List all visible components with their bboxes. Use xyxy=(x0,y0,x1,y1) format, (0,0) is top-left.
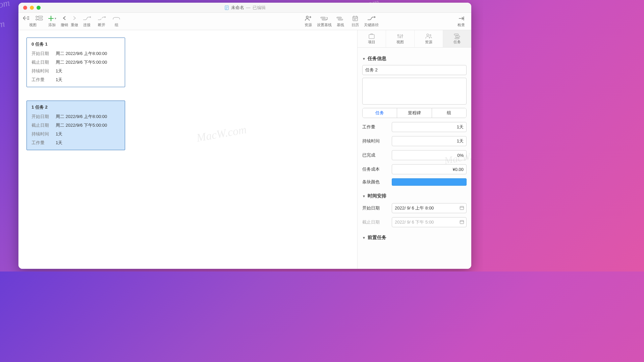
toolbar-connect[interactable]: 连接 xyxy=(79,13,94,30)
tab-task[interactable]: 任务 xyxy=(443,30,471,47)
field-complete[interactable]: 0% xyxy=(392,150,467,160)
project-icon xyxy=(368,33,375,40)
app-window: 未命名 — 已编辑 视图 ▾ 添加 撤销重做 连接 xyxy=(18,3,471,269)
chevron-down-icon: ▼ xyxy=(362,194,366,198)
sliders-icon xyxy=(397,33,404,40)
task-card-title: 1 任务 2 xyxy=(27,101,125,112)
seg-group[interactable]: 组 xyxy=(432,108,466,118)
toolbar-add[interactable]: ▾ 添加 xyxy=(45,13,59,30)
svg-point-29 xyxy=(397,35,399,36)
connect-icon xyxy=(83,15,91,22)
bar-color-swatch[interactable] xyxy=(392,178,467,186)
calendar-icon xyxy=(352,15,358,22)
toolbar-set-baseline[interactable]: 设置基线 xyxy=(316,13,333,30)
section-predecessors[interactable]: ▼ 前置任务 xyxy=(362,235,467,241)
toolbar: 视图 ▾ 添加 撤销重做 连接 断开 组 资源 xyxy=(18,13,471,30)
label-bar-color: 条块颜色 xyxy=(362,179,388,185)
toolbar-undo-label: 撤销 xyxy=(61,22,68,27)
disconnect-icon xyxy=(97,15,106,22)
svg-point-5 xyxy=(36,18,38,20)
label-duration: 持续时间 xyxy=(362,138,388,144)
svg-rect-2 xyxy=(226,8,228,8)
toolbar-undo-redo: 撤销重做 xyxy=(59,13,79,30)
window-title-status: 已编辑 xyxy=(253,5,266,11)
toolbar-inspect-label: 检查 xyxy=(458,22,465,27)
label-effort: 工作量 xyxy=(362,124,388,130)
toolbar-resource-label: 资源 xyxy=(305,22,312,27)
toolbar-disconnect[interactable]: 断开 xyxy=(94,13,109,30)
view-icon xyxy=(22,15,30,22)
toolbar-baseline[interactable]: 基线 xyxy=(333,13,348,30)
tab-resource[interactable]: 资源 xyxy=(415,30,443,47)
field-effort[interactable]: 1天 xyxy=(392,122,467,132)
svg-point-32 xyxy=(427,34,429,36)
section-task-info[interactable]: ▼ 任务信息 xyxy=(362,56,467,62)
svg-point-22 xyxy=(354,19,355,20)
toolbar-critical-path[interactable]: 关键路径 xyxy=(363,13,380,30)
svg-rect-1 xyxy=(226,7,228,7)
label-complete: 已完成 xyxy=(362,152,388,158)
field-end-date[interactable]: 2022/ 9/ 6 下午 5:00 xyxy=(392,217,467,227)
toolbar-calendar[interactable]: 日历 xyxy=(348,13,363,30)
window-title: 未命名 — 已编辑 xyxy=(18,5,471,11)
svg-point-10 xyxy=(306,16,308,18)
seg-task[interactable]: 任务 xyxy=(363,108,397,118)
canvas[interactable]: MacW.com 0 任务 1 开始日期周二 2022/9/6 上午8:00:0… xyxy=(18,30,357,269)
seg-milestone[interactable]: 里程碑 xyxy=(397,108,432,118)
group-icon xyxy=(112,15,120,22)
calendar-icon xyxy=(460,220,464,225)
task-card-title: 0 任务 1 xyxy=(27,38,125,49)
toolbar-calendar-label: 日历 xyxy=(352,22,359,27)
undo-icon[interactable] xyxy=(62,15,67,22)
traffic-lights xyxy=(23,6,41,10)
field-start-date[interactable]: 2022/ 9/ 6 上午 8:00 xyxy=(392,203,467,213)
titlebar: 未命名 — 已编辑 xyxy=(18,3,471,13)
toolbar-view[interactable]: 视图 xyxy=(21,13,45,30)
toolbar-inspect[interactable]: 检查 xyxy=(454,13,469,30)
toolbar-view-label: 视图 xyxy=(29,22,37,27)
section-schedule[interactable]: ▼ 时间安排 xyxy=(362,193,467,199)
calendar-icon xyxy=(460,205,464,211)
maximize-icon[interactable] xyxy=(37,6,41,10)
svg-point-19 xyxy=(354,18,355,19)
svg-rect-3 xyxy=(226,9,227,9)
svg-rect-12 xyxy=(322,19,327,20)
svg-rect-7 xyxy=(38,19,43,20)
watermark: MacW.com xyxy=(196,123,248,144)
inspect-icon xyxy=(458,15,464,22)
redo-icon[interactable] xyxy=(72,15,77,22)
svg-rect-39 xyxy=(460,220,464,224)
inspector-tabs: 项目 视图 资源 任务 xyxy=(358,30,471,48)
svg-point-31 xyxy=(401,35,403,36)
plus-icon: ▾ xyxy=(48,15,56,22)
svg-rect-11 xyxy=(321,17,325,18)
inspector-body: ▼ 任务信息 任务 2 任务 里程碑 组 工作量 1天 持续时间 xyxy=(358,48,471,269)
inspector: 项目 视图 资源 任务 ▼ 任务信息 xyxy=(357,30,471,269)
tab-view[interactable]: 视图 xyxy=(386,30,415,47)
task-card-selected[interactable]: 1 任务 2 开始日期周二 2022/9/6 上午8:00:00 截止日期周二 … xyxy=(26,101,125,150)
task-name-input[interactable]: 任务 2 xyxy=(362,65,467,75)
toolbar-group[interactable]: 组 xyxy=(109,13,124,30)
minimize-icon[interactable] xyxy=(30,6,34,10)
tab-project[interactable]: 项目 xyxy=(358,30,386,47)
baseline-icon xyxy=(336,15,345,22)
view-alt-icon xyxy=(35,15,43,22)
svg-rect-34 xyxy=(454,34,459,35)
svg-rect-0 xyxy=(225,6,228,10)
svg-point-21 xyxy=(356,18,357,19)
field-duration[interactable]: 1天 xyxy=(392,136,467,146)
svg-rect-14 xyxy=(338,19,343,20)
window-title-text: 未命名 xyxy=(231,5,244,11)
field-cost[interactable]: ¥0.00 xyxy=(392,164,467,174)
task-notes-input[interactable] xyxy=(362,78,467,105)
svg-rect-36 xyxy=(455,38,459,39)
toolbar-add-label: 添加 xyxy=(48,22,56,27)
toolbar-connect-label: 连接 xyxy=(83,22,91,27)
close-icon[interactable] xyxy=(23,6,27,10)
task-type-segment: 任务 里程碑 组 xyxy=(362,108,467,118)
resources-icon xyxy=(425,33,432,40)
resource-icon xyxy=(305,15,312,22)
task-card[interactable]: 0 任务 1 开始日期周二 2022/9/6 上午8:00:00 截止日期周二 … xyxy=(26,38,125,87)
toolbar-critical-label: 关键路径 xyxy=(364,22,379,27)
toolbar-resource[interactable]: 资源 xyxy=(301,13,316,30)
